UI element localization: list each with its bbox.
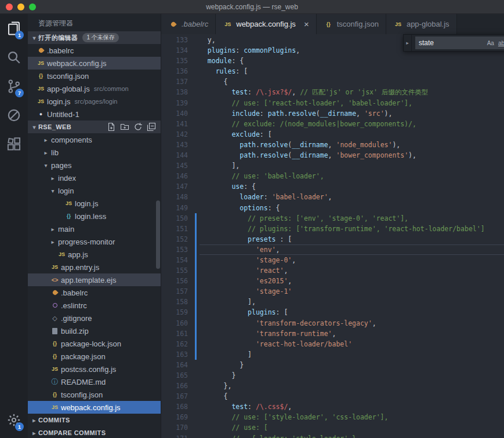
code-line[interactable]: 166 }, <box>161 381 504 391</box>
line-number[interactable]: 133 <box>161 35 188 45</box>
code-line[interactable]: 171 // { loader: 'style-loader' }, <box>161 433 504 438</box>
code-line[interactable]: 145 ], <box>161 160 504 171</box>
line-number[interactable]: 143 <box>161 140 188 150</box>
line-number[interactable]: 161 <box>161 329 188 339</box>
tree-item[interactable]: {}package-lock.json <box>28 337 161 350</box>
refresh-icon[interactable] <box>133 122 143 132</box>
open-editor-item[interactable]: JSlogin.jssrc/pages/login <box>28 95 161 108</box>
tree-item[interactable]: ▸lib <box>28 146 161 159</box>
line-number[interactable]: 144 <box>161 150 188 160</box>
tree-item[interactable]: .eslintrc <box>28 299 161 312</box>
tree-item[interactable]: ▸main <box>28 222 161 235</box>
line-number[interactable]: 160 <box>161 318 188 329</box>
code-line[interactable]: 163 ] <box>161 349 504 360</box>
line-number[interactable]: 155 <box>161 265 188 276</box>
line-number[interactable]: 170 <box>161 422 188 433</box>
tab-tsconfig.json[interactable]: {}tsconfig.json <box>317 14 386 34</box>
section-commits[interactable]: ▸COMMITS <box>28 414 161 426</box>
code-line[interactable]: 152 presets : [ <box>161 234 504 244</box>
line-number[interactable]: 154 <box>161 255 188 265</box>
tree-item[interactable]: {}tsconfig.json <box>28 388 161 401</box>
tree-item[interactable]: JSwebpack.config.js <box>28 401 161 414</box>
line-number[interactable]: 157 <box>161 286 188 297</box>
line-number[interactable]: 134 <box>161 45 188 56</box>
line-number[interactable]: 148 <box>161 192 188 202</box>
line-number[interactable]: 163 <box>161 349 188 360</box>
line-number[interactable]: 168 <box>161 402 188 412</box>
code-line[interactable]: 159 plugins: [ <box>161 307 504 317</box>
line-number[interactable]: 158 <box>161 297 188 307</box>
find-toggle-icon[interactable]: ▸ <box>404 35 412 51</box>
line-number[interactable]: 162 <box>161 339 188 349</box>
line-number[interactable]: 145 <box>161 160 188 171</box>
code-line[interactable]: 148 loader: 'babel-loader', <box>161 192 504 202</box>
tree-item[interactable]: {}package.json <box>28 350 161 363</box>
tree-item[interactable]: JSpostcss.config.js <box>28 363 161 375</box>
tree-item[interactable]: ▸components <box>28 133 161 146</box>
line-number[interactable]: 169 <box>161 412 188 422</box>
close-icon[interactable]: × <box>304 20 309 28</box>
code-line[interactable]: 169 // use: ['style-loader', 'css-loader… <box>161 412 504 422</box>
line-number[interactable]: 142 <box>161 129 188 140</box>
code-line[interactable]: 142 exclude: [ <box>161 129 504 140</box>
open-editor-item[interactable]: JSapp-global.jssrc/common <box>28 82 161 95</box>
line-number[interactable]: 136 <box>161 66 188 76</box>
code-line[interactable]: 147 use: { <box>161 181 504 192</box>
chevron-right-icon[interactable]: ▸ <box>49 239 57 245</box>
tree-item[interactable]: ◇.gitignore <box>28 312 161 324</box>
line-number[interactable]: 146 <box>161 171 188 181</box>
code-line[interactable]: 170 // use: [ <box>161 422 504 433</box>
code-line[interactable]: 165 } <box>161 370 504 381</box>
line-number[interactable]: 152 <box>161 234 188 244</box>
open-editor-item[interactable]: JSwebpack.config.js <box>28 57 161 70</box>
open-editor-item[interactable]: {}tsconfig.json <box>28 70 161 82</box>
code-line[interactable]: 162 'react-hot-loader/babel' <box>161 339 504 349</box>
code-line[interactable]: 143 path.resolve(__dirname, 'node_module… <box>161 140 504 150</box>
code-line[interactable]: 155 'react', <box>161 265 504 276</box>
line-number[interactable]: 151 <box>161 224 188 234</box>
tree-item[interactable]: <>app.template.ejs <box>28 273 161 286</box>
line-number[interactable]: 137 <box>161 76 188 87</box>
chevron-down-icon[interactable]: ▾ <box>49 188 57 194</box>
line-number[interactable]: 135 <box>161 56 188 66</box>
match-case-button[interactable]: Aa <box>487 40 494 46</box>
line-number[interactable]: 171 <box>161 433 188 438</box>
line-number[interactable]: 165 <box>161 370 188 381</box>
code-line[interactable]: 164 } <box>161 360 504 370</box>
code-line[interactable]: 149 options: { <box>161 203 504 213</box>
tree-item[interactable]: JSlogin.js <box>28 197 161 210</box>
line-number[interactable]: 153 <box>161 244 188 255</box>
code-line[interactable]: 135 module: { <box>161 56 504 66</box>
chevron-right-icon[interactable]: ▸ <box>49 226 57 232</box>
tree-item[interactable]: ▸index <box>28 171 161 184</box>
sidebar-scrollbar[interactable] <box>156 200 160 269</box>
line-number[interactable]: 147 <box>161 181 188 192</box>
line-number[interactable]: 150 <box>161 213 188 224</box>
extensions-icon[interactable] <box>0 130 28 159</box>
line-number[interactable]: 159 <box>161 307 188 317</box>
code-line[interactable]: 161 'transform-runtime', <box>161 329 504 339</box>
line-number[interactable]: 167 <box>161 391 188 402</box>
tree-item[interactable]: ▾pages <box>28 159 161 171</box>
line-number[interactable]: 141 <box>161 119 188 129</box>
minimize-window-button[interactable] <box>17 3 24 10</box>
tab-.babelrc[interactable]: .babelrc <box>161 14 216 34</box>
line-number[interactable]: 138 <box>161 87 188 97</box>
tree-item[interactable]: build.zip <box>28 324 161 337</box>
settings-icon[interactable]: 1 <box>0 406 28 435</box>
code-line[interactable]: 154 'stage-0', <box>161 255 504 265</box>
tree-item[interactable]: ⓘREADME.md <box>28 375 161 388</box>
tab-webpack.config.js[interactable]: JSwebpack.config.js× <box>216 14 316 34</box>
line-number[interactable]: 164 <box>161 360 188 370</box>
code-line[interactable]: 137 { <box>161 76 504 87</box>
code-line[interactable]: 146 // use: 'babel-loader', <box>161 171 504 181</box>
chevron-right-icon[interactable]: ▸ <box>49 175 57 181</box>
collapse-all-icon[interactable] <box>147 122 156 132</box>
tree-item[interactable]: .babelrc <box>28 286 161 299</box>
code-line[interactable]: 153 'env', <box>161 244 504 255</box>
search-icon[interactable] <box>0 43 28 72</box>
tree-item[interactable]: JSapp.entry.js <box>28 261 161 273</box>
code-line[interactable]: 168 test: /\.css$/, <box>161 402 504 412</box>
open-editor-item[interactable]: .babelrc <box>28 44 161 57</box>
code-line[interactable]: 157 'stage-1' <box>161 286 504 297</box>
